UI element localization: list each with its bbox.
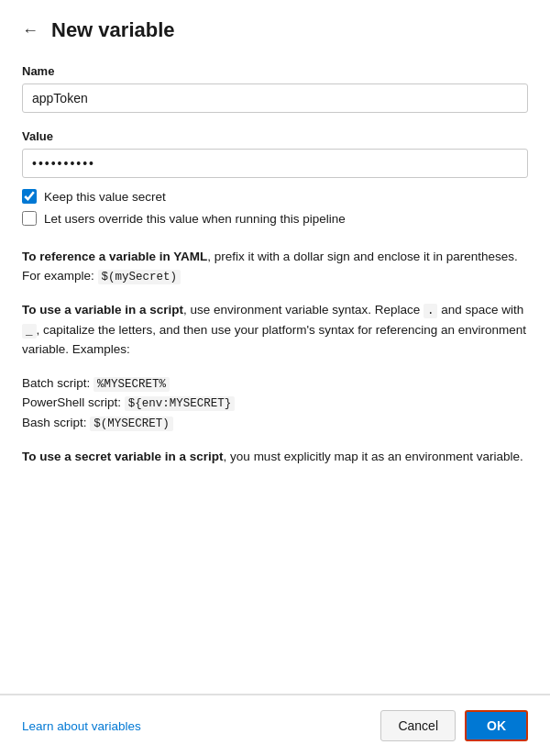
info-para-secret: To use a secret variable in a script, yo…: [22, 448, 528, 467]
underscore-code: _: [22, 324, 37, 339]
yaml-bold: To reference a variable in YAML: [22, 250, 207, 263]
cancel-button[interactable]: Cancel: [380, 710, 456, 741]
info-para-script: To use a variable in a script, use envir…: [22, 301, 528, 360]
learn-link[interactable]: Learn about variables: [22, 719, 141, 733]
ok-button[interactable]: OK: [465, 710, 528, 741]
footer-buttons: Cancel OK: [380, 710, 528, 741]
override-checkbox[interactable]: [22, 211, 37, 226]
powershell-code: ${env:MYSECRET}: [125, 396, 236, 411]
examples-para: Batch script: %MYSECRET% PowerShell scri…: [22, 374, 528, 433]
footer: Learn about variables Cancel OK: [0, 695, 550, 756]
script-text1: , use environment variable syntax. Repla…: [183, 303, 424, 317]
powershell-label: PowerShell script:: [22, 395, 125, 409]
batch-code: %MYSECRET%: [94, 377, 170, 392]
back-button[interactable]: ←: [22, 21, 38, 40]
override-label[interactable]: Let users override this value when runni…: [44, 212, 346, 226]
script-text3: , capitalize the letters, and then use y…: [22, 323, 526, 356]
value-input[interactable]: [22, 149, 528, 178]
keep-secret-label[interactable]: Keep this value secret: [44, 190, 166, 204]
secret-bold: To use a secret variable in a script: [22, 450, 224, 463]
override-row: Let users override this value when runni…: [22, 211, 528, 226]
bash-label: Bash script:: [22, 416, 90, 429]
batch-label: Batch script:: [22, 376, 94, 390]
script-bold: To use a variable in a script: [22, 303, 183, 317]
bash-code: $(MYSECRET): [90, 417, 173, 431]
back-icon: ←: [22, 21, 38, 40]
dot-code: .: [424, 304, 438, 318]
page-title: New variable: [51, 18, 175, 42]
secret-text: , you must explicitly map it as an envir…: [224, 450, 523, 463]
keep-secret-row: Keep this value secret: [22, 189, 528, 204]
script-text2: and space with: [437, 303, 523, 317]
keep-secret-checkbox[interactable]: [22, 189, 37, 204]
name-input[interactable]: [22, 83, 528, 113]
value-label: Value: [22, 129, 528, 143]
yaml-code: $(mySecret): [98, 270, 182, 284]
info-section: To reference a variable in YAML, prefix …: [22, 248, 528, 467]
name-label: Name: [22, 64, 528, 78]
info-para-yaml: To reference a variable in YAML, prefix …: [22, 248, 528, 286]
